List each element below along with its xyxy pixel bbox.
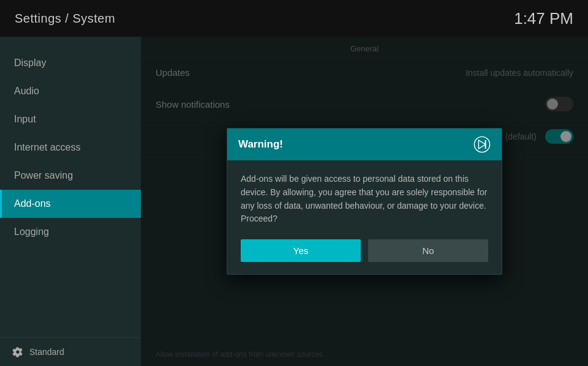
standard-label: Standard bbox=[29, 347, 64, 357]
dialog-backdrop: Warning! Add-ons will be given access to… bbox=[141, 37, 588, 366]
kodi-icon bbox=[473, 136, 491, 153]
dialog-title: Warning! bbox=[238, 138, 283, 151]
header: Settings / System 1:47 PM bbox=[0, 0, 588, 37]
dialog-footer: Yes No bbox=[227, 236, 502, 274]
sidebar-item-power-saving[interactable]: Power saving bbox=[0, 162, 141, 190]
dialog-yes-button[interactable]: Yes bbox=[241, 239, 361, 262]
svg-point-0 bbox=[474, 137, 489, 152]
page-title: Settings / System bbox=[15, 12, 115, 26]
sidebar-item-logging[interactable]: Logging bbox=[0, 218, 141, 246]
dialog-no-button[interactable]: No bbox=[368, 239, 488, 262]
gear-icon bbox=[12, 346, 23, 357]
svg-marker-1 bbox=[478, 140, 485, 149]
sidebar-item-audio[interactable]: Audio bbox=[0, 77, 141, 105]
main-layout: Display Audio Input Internet access Powe… bbox=[0, 37, 588, 366]
sidebar-footer: Standard bbox=[0, 337, 141, 366]
settings-main: General Updates Install updates automati… bbox=[141, 37, 588, 366]
warning-dialog: Warning! Add-ons will be given access to… bbox=[227, 128, 502, 275]
sidebar-item-input[interactable]: Input bbox=[0, 105, 141, 133]
dialog-header: Warning! bbox=[227, 129, 502, 160]
sidebar-item-add-ons[interactable]: Add-ons bbox=[0, 190, 141, 218]
sidebar-item-display[interactable]: Display bbox=[0, 49, 141, 77]
sidebar: Display Audio Input Internet access Powe… bbox=[0, 37, 141, 366]
sidebar-item-internet-access[interactable]: Internet access bbox=[0, 133, 141, 162]
dialog-body: Add-ons will be given access to personal… bbox=[227, 160, 502, 236]
clock: 1:47 PM bbox=[514, 9, 573, 28]
